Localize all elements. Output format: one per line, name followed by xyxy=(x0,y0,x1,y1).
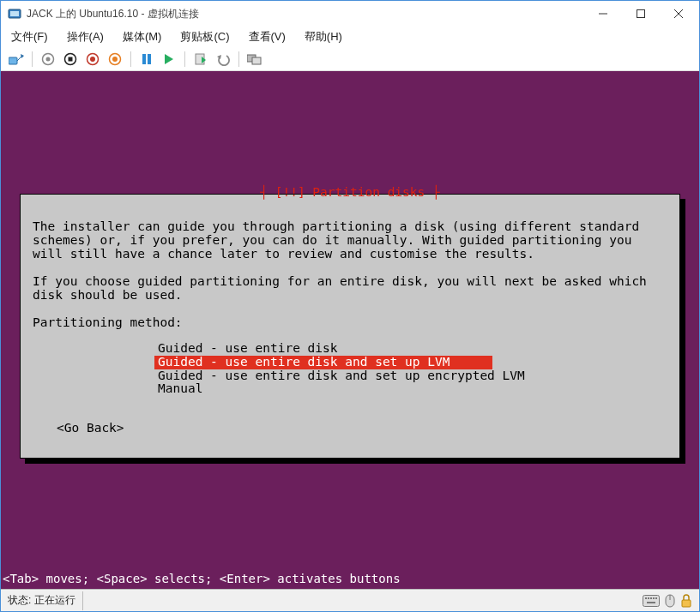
key-hint-bar: <Tab> moves; <Space> selects; <Enter> ac… xyxy=(1,572,699,589)
menu-clipboard[interactable]: 剪贴板(C) xyxy=(177,27,232,46)
status-label: 状态: xyxy=(8,593,31,608)
menu-help[interactable]: 帮助(H) xyxy=(301,27,346,46)
status-cell: 状态: 正在运行 xyxy=(1,593,82,608)
menu-action[interactable]: 操作(A) xyxy=(63,27,107,46)
menu-media[interactable]: 媒体(M) xyxy=(119,27,166,46)
titlebar: JACK 上的 Ubuntu16.10 - 虚拟机连接 xyxy=(1,1,699,27)
turnoff-button[interactable] xyxy=(62,51,79,68)
keyboard-icon xyxy=(643,595,660,607)
svg-rect-6 xyxy=(9,57,17,64)
checkpoint-button[interactable] xyxy=(192,51,209,68)
option-manual[interactable]: Manual xyxy=(154,382,667,396)
svg-rect-25 xyxy=(645,597,647,599)
method-label: Partitioning method: xyxy=(33,316,667,330)
partition-dialog: ┤ [!!] Partition disks ├ The installer c… xyxy=(20,194,680,459)
svg-marker-7 xyxy=(21,54,24,58)
svg-rect-33 xyxy=(682,600,691,607)
dialog-paragraph-1: The installer can guide you through part… xyxy=(33,220,667,261)
lock-icon xyxy=(680,594,692,608)
toolbar xyxy=(1,47,699,71)
svg-rect-27 xyxy=(650,597,652,599)
svg-rect-29 xyxy=(655,597,657,599)
svg-rect-23 xyxy=(252,57,261,64)
minimize-button[interactable] xyxy=(584,2,622,27)
app-icon xyxy=(8,7,21,21)
dialog-title: ┤ [!!] Partition disks ├ xyxy=(255,186,445,200)
pause-button[interactable] xyxy=(138,51,155,68)
close-button[interactable] xyxy=(660,2,697,27)
svg-rect-24 xyxy=(643,595,660,606)
svg-rect-3 xyxy=(637,10,645,18)
menu-view[interactable]: 查看(V) xyxy=(245,27,289,46)
save-button[interactable] xyxy=(106,51,124,68)
statusbar: 状态: 正在运行 xyxy=(1,589,699,611)
svg-rect-30 xyxy=(647,602,655,603)
svg-point-9 xyxy=(46,57,51,61)
vm-display[interactable]: ┤ [!!] Partition disks ├ The installer c… xyxy=(1,71,699,589)
status-value: 正在运行 xyxy=(34,593,75,608)
svg-rect-17 xyxy=(148,54,151,64)
svg-rect-16 xyxy=(142,54,146,64)
toolbar-separator xyxy=(32,51,33,67)
svg-point-15 xyxy=(112,57,118,62)
svg-rect-1 xyxy=(10,11,19,16)
option-guided-encrypted-lvm[interactable]: Guided - use entire disk and set up encr… xyxy=(154,369,667,383)
mouse-icon xyxy=(665,594,675,608)
svg-rect-26 xyxy=(648,597,649,599)
shutdown-button[interactable] xyxy=(84,51,101,68)
menu-file[interactable]: 文件(F) xyxy=(8,27,51,46)
option-guided-lvm[interactable]: Guided - use entire disk and set up LVM xyxy=(154,356,492,369)
statusbar-separator xyxy=(82,591,83,610)
maximize-button[interactable] xyxy=(622,2,660,27)
toolbar-separator xyxy=(130,51,131,67)
reset-button[interactable] xyxy=(160,51,178,68)
svg-point-13 xyxy=(90,57,95,62)
svg-marker-18 xyxy=(165,54,173,64)
toolbar-separator xyxy=(238,51,239,67)
option-guided-entire-disk[interactable]: Guided - use entire disk xyxy=(154,342,667,356)
partition-options: Guided - use entire disk Guided - use en… xyxy=(154,342,667,397)
window-title: JACK 上的 Ubuntu16.10 - 虚拟机连接 xyxy=(27,7,584,21)
menubar: 文件(F) 操作(A) 媒体(M) 剪贴板(C) 查看(V) 帮助(H) xyxy=(1,27,699,47)
revert-button[interactable] xyxy=(214,51,232,68)
hyperv-window: JACK 上的 Ubuntu16.10 - 虚拟机连接 文件(F) 操作(A) … xyxy=(0,0,700,612)
dialog-paragraph-2: If you choose guided partitioning for an… xyxy=(33,275,667,303)
toolbar-separator xyxy=(184,51,185,67)
ctrl-alt-del-button[interactable] xyxy=(8,51,25,68)
svg-rect-11 xyxy=(69,57,73,61)
svg-rect-28 xyxy=(653,597,655,599)
enhanced-session-button[interactable] xyxy=(246,51,263,68)
start-button[interactable] xyxy=(39,51,57,68)
go-back-button[interactable]: <Go Back> xyxy=(57,422,667,435)
